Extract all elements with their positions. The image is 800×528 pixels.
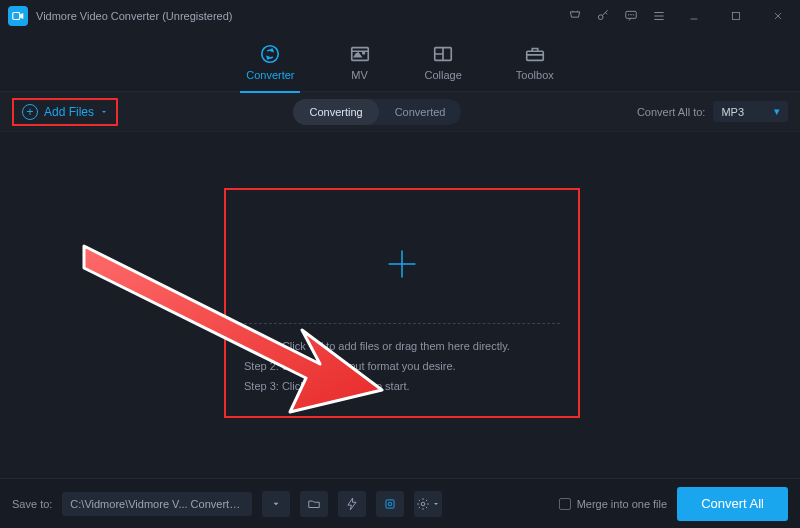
- nav-label: MV: [351, 69, 368, 81]
- collage-icon: [432, 43, 454, 65]
- nav-collage[interactable]: Collage: [425, 43, 462, 81]
- svg-point-1: [598, 15, 603, 20]
- nav-label: Converter: [246, 69, 294, 81]
- convert-all-to: Convert All to: MP3 ▾: [637, 101, 788, 122]
- bottom-bar: Save to: C:\Vidmore\Vidmore V... Convert…: [0, 478, 800, 528]
- settings-button[interactable]: [414, 491, 442, 517]
- key-icon[interactable]: [596, 9, 610, 23]
- dropzone-add[interactable]: [244, 204, 560, 324]
- svg-rect-8: [351, 47, 368, 60]
- tab-converting[interactable]: Converting: [293, 99, 378, 125]
- convert-all-to-label: Convert All to:: [637, 106, 705, 118]
- nav-converter[interactable]: Converter: [246, 43, 294, 81]
- minimize-button[interactable]: [680, 2, 708, 30]
- svg-rect-11: [527, 51, 544, 60]
- output-format-value: MP3: [721, 106, 744, 118]
- step-2: Step 2: Select the output format you des…: [244, 356, 560, 376]
- chevron-down-icon: ▾: [774, 105, 780, 118]
- svg-point-9: [362, 52, 364, 54]
- step-3: Step 3: Click "Convert All" to start.: [244, 376, 560, 396]
- nav-mv[interactable]: MV: [349, 43, 371, 81]
- top-nav: Converter MV Collage Toolbox: [0, 32, 800, 92]
- add-files-button[interactable]: + Add Files: [12, 98, 118, 126]
- checkbox-icon: [559, 498, 571, 510]
- converter-icon: [259, 43, 281, 65]
- path-dropdown-button[interactable]: [262, 491, 290, 517]
- chevron-down-icon: [100, 108, 108, 116]
- dropzone[interactable]: Step 1: Click "+" to add files or drag t…: [224, 188, 580, 418]
- toolbox-icon: [524, 43, 546, 65]
- svg-point-3: [628, 15, 629, 16]
- nav-toolbox[interactable]: Toolbox: [516, 43, 554, 81]
- gpu-button[interactable]: [376, 491, 404, 517]
- status-segment: Converting Converted: [293, 99, 461, 125]
- svg-point-4: [631, 15, 632, 16]
- save-to-label: Save to:: [12, 498, 52, 510]
- app-logo: [8, 6, 28, 26]
- merge-label: Merge into one file: [577, 498, 668, 510]
- svg-point-7: [262, 45, 279, 62]
- tab-converted[interactable]: Converted: [379, 99, 462, 125]
- sub-bar: + Add Files Converting Converted Convert…: [0, 92, 800, 132]
- svg-rect-0: [13, 13, 20, 20]
- open-folder-button[interactable]: [300, 491, 328, 517]
- svg-point-13: [389, 502, 393, 506]
- menu-icon[interactable]: [652, 9, 666, 23]
- save-path[interactable]: C:\Vidmore\Vidmore V... Converter\Conver…: [62, 492, 252, 516]
- output-format-select[interactable]: MP3 ▾: [713, 101, 788, 122]
- step-1: Step 1: Click "+" to add files or drag t…: [244, 336, 560, 356]
- mv-icon: [349, 43, 371, 65]
- hw-accel-button[interactable]: [338, 491, 366, 517]
- dropzone-steps: Step 1: Click "+" to add files or drag t…: [244, 324, 560, 396]
- plus-icon: [384, 246, 420, 282]
- close-button[interactable]: [764, 2, 792, 30]
- cart-icon[interactable]: [568, 9, 582, 23]
- nav-label: Collage: [425, 69, 462, 81]
- svg-point-5: [633, 15, 634, 16]
- main-area: Step 1: Click "+" to add files or drag t…: [0, 132, 800, 478]
- feedback-icon[interactable]: [624, 9, 638, 23]
- svg-point-14: [422, 502, 426, 506]
- nav-label: Toolbox: [516, 69, 554, 81]
- title-actions: [568, 2, 792, 30]
- title-bar: Vidmore Video Converter (Unregistered): [0, 0, 800, 32]
- add-files-label: Add Files: [44, 105, 94, 119]
- plus-icon: +: [22, 104, 38, 120]
- svg-rect-6: [733, 13, 740, 20]
- merge-checkbox[interactable]: Merge into one file: [559, 498, 668, 510]
- app-title: Vidmore Video Converter (Unregistered): [36, 10, 232, 22]
- convert-all-button[interactable]: Convert All: [677, 487, 788, 521]
- svg-rect-12: [386, 499, 394, 507]
- maximize-button[interactable]: [722, 2, 750, 30]
